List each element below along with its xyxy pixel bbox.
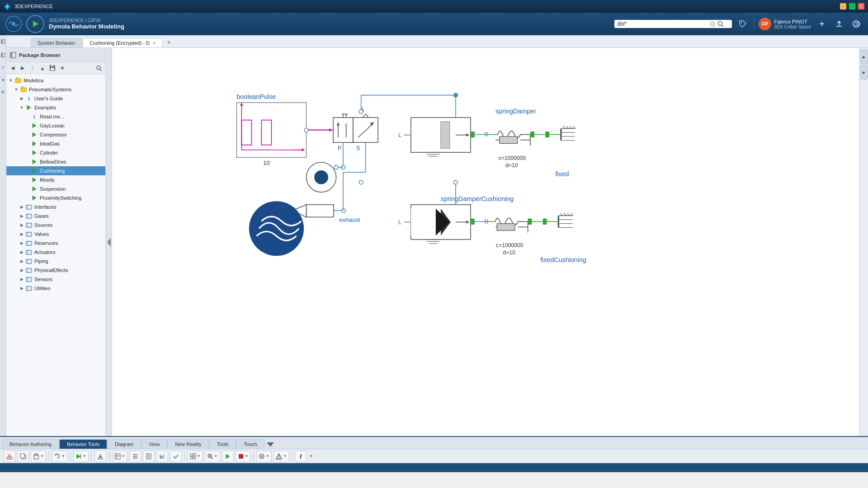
tree-node-valves[interactable]: ▶ Valves <box>6 230 105 239</box>
toolbar-tab-touch[interactable]: Touch <box>236 439 265 449</box>
share-icon[interactable] <box>833 18 845 30</box>
tree-node-compressor[interactable]: ▶ Compressor <box>6 130 105 139</box>
package-tree: ▼ Modelica ▼ PneumaticSystems ▶ ℹ User's… <box>6 74 105 436</box>
toolbar-tab-new-reality[interactable]: New Reality <box>167 439 209 449</box>
nav-up-button[interactable]: ↑ <box>28 64 37 73</box>
tree-node-reservoirs[interactable]: ▶ Reservoirs <box>6 239 105 248</box>
play-tb-button[interactable] <box>222 450 234 462</box>
save-button[interactable]: 💾 <box>48 64 57 73</box>
right-panel-btn-2[interactable]: ▶ <box>860 65 868 80</box>
ls-icon-4[interactable]: ⊞ <box>0 86 6 97</box>
bookmark-button[interactable]: ★ <box>58 64 67 73</box>
toolbar-more-icon[interactable] <box>267 442 274 449</box>
tree-node-readme[interactable]: ▶ ℹ Read me... <box>6 112 105 121</box>
diagram-canvas[interactable]: booleanPulse 10 A <box>112 48 859 436</box>
tag-icon[interactable] <box>736 18 749 30</box>
paste-button[interactable]: ▼ <box>31 450 46 462</box>
tree-node-piping[interactable]: ▶ Piping <box>6 257 105 266</box>
simulate-button[interactable]: ▼ <box>73 450 89 462</box>
userguide-label: User's Guide <box>34 96 63 101</box>
compressor-label: Compressor <box>40 132 67 137</box>
tree-node-pneumatic[interactable]: ▼ PneumaticSystems <box>6 85 105 94</box>
tab-close-icon[interactable]: ✕ <box>152 41 156 46</box>
svg-marker-23 <box>27 105 31 110</box>
tree-node-cushioning[interactable]: ▶ Cushioning <box>6 166 105 175</box>
close-button[interactable]: × <box>858 3 864 9</box>
italic-dropdown[interactable]: ▼ <box>308 454 314 458</box>
cut-button[interactable] <box>4 450 15 462</box>
tree-node-gases[interactable]: ▶ Gases <box>6 211 105 221</box>
svg-point-179 <box>359 180 363 184</box>
tree-node-interfaces[interactable]: ▶ Interfaces <box>6 202 105 211</box>
search-bar[interactable] <box>614 20 732 28</box>
grid-button[interactable]: ▼ <box>188 450 203 462</box>
search-input[interactable] <box>617 21 708 27</box>
toolbar-tab-diagram[interactable]: Diagram <box>107 439 142 449</box>
search-icon[interactable] <box>717 21 724 27</box>
nav-top-button[interactable]: ▲ <box>38 64 47 73</box>
plot-button[interactable] <box>156 450 168 462</box>
tree-node-utilities[interactable]: ▶ Utilities <box>6 284 105 293</box>
svg-rect-191 <box>35 454 38 455</box>
search-clear-icon[interactable] <box>709 21 716 27</box>
tree-node-idealgas[interactable]: ▶ IdealGas <box>6 139 105 148</box>
italic-button[interactable]: I <box>295 450 307 462</box>
suspension-icon <box>31 185 38 192</box>
tab-system-behavior[interactable]: System Behavior <box>31 38 82 47</box>
tree-node-bellowdrive[interactable]: ▶ BellowDrive <box>6 157 105 166</box>
svg-rect-144 <box>471 219 475 225</box>
undo-button[interactable]: ▼ <box>52 450 67 462</box>
nav-forward-button[interactable]: ▶ <box>18 64 27 73</box>
document-button[interactable] <box>143 450 155 462</box>
zoom-button[interactable]: ▼ <box>205 450 220 462</box>
tools-button-2[interactable]: ▼ <box>274 450 289 462</box>
tree-node-sources[interactable]: ▶ Sources <box>6 221 105 230</box>
tree-node-proximityswitching[interactable]: ▶ ProximitySwitching <box>6 193 105 202</box>
diagram-view-button[interactable]: ▼ <box>112 450 127 462</box>
tree-search-button[interactable] <box>94 64 104 73</box>
ls-icon-3[interactable]: ◈ <box>0 74 6 85</box>
tree-node-physicaleffects[interactable]: ▶ PhysicalEffects <box>6 266 105 275</box>
tree-node-actuators[interactable]: ▶ Actuators <box>6 248 105 257</box>
tab-add-button[interactable]: + <box>164 37 175 47</box>
toolbar-tab-view[interactable]: View <box>141 439 167 449</box>
maximize-button[interactable]: □ <box>849 3 855 9</box>
toolbar-tab-tools[interactable]: Tools <box>209 439 236 449</box>
tree-node-userguide[interactable]: ▶ ℹ User's Guide <box>6 94 105 103</box>
stop-button[interactable]: ▼ <box>236 450 251 462</box>
toolbar-tab-behavior-tools[interactable]: Behavior Tools <box>59 439 107 449</box>
tree-node-modelica[interactable]: ▼ Modelica <box>6 76 105 85</box>
sensors-icon <box>25 276 33 283</box>
tree-node-gaylussac[interactable]: ▶ GayLussac <box>6 121 105 130</box>
copy-button[interactable] <box>17 450 29 462</box>
svg-text:L: L <box>398 219 401 225</box>
ls-icon-2[interactable]: ≡ <box>0 62 6 73</box>
play-button[interactable] <box>26 15 44 33</box>
tree-node-suspension[interactable]: ▶ Suspension <box>6 184 105 193</box>
add-icon[interactable]: + <box>816 18 828 30</box>
tab-cushioning[interactable]: Cushioning (Encrypted) - D ✕ <box>83 38 163 47</box>
tree-node-cylinder[interactable]: ▶ Cylinder <box>6 148 105 157</box>
export-button[interactable] <box>94 450 106 462</box>
svg-point-63 <box>304 128 308 132</box>
tree-node-sensors[interactable]: ▶ Sensors <box>6 275 105 284</box>
ls-icon-1[interactable] <box>0 50 6 61</box>
physicaleffects-label: PhysicalEffects <box>34 267 68 273</box>
user-avatar[interactable]: FP <box>759 18 771 30</box>
tools-button-1[interactable]: ▼ <box>256 450 272 462</box>
tree-node-examples[interactable]: ▼ Examples <box>6 103 105 112</box>
toolbar-tab-behavior-authoring[interactable]: Behavior Authoring <box>2 439 59 449</box>
app-header: 3DEXPERIENCE | CATIA Dymola Behavior Mod… <box>0 13 868 35</box>
tree-node-moody[interactable]: ▶ Moody <box>6 175 105 184</box>
list-view-button[interactable] <box>129 450 141 462</box>
panel-collapse-handle[interactable] <box>106 48 112 436</box>
right-panel-btn-1[interactable]: ▶ <box>860 50 868 64</box>
physicaleffects-icon <box>25 267 33 274</box>
check-button[interactable] <box>170 450 182 462</box>
nav-back-button[interactable]: ◀ <box>8 64 17 73</box>
svg-marker-216 <box>226 454 230 459</box>
minimize-button[interactable]: − <box>840 3 846 9</box>
notifications-icon[interactable]: 3DS <box>850 18 863 30</box>
proximity-icon <box>31 194 38 202</box>
svg-rect-217 <box>239 454 243 459</box>
